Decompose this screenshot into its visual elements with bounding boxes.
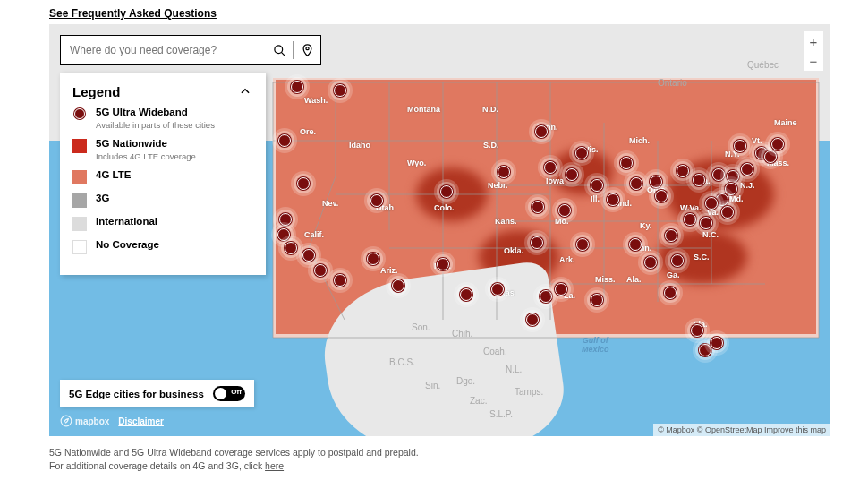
legend-swatch — [72, 193, 87, 208]
here-link[interactable]: here — [265, 460, 284, 471]
svg-point-3 — [61, 416, 72, 426]
chevron-up-icon[interactable] — [237, 83, 253, 99]
legend-swatch — [72, 170, 87, 184]
legend-item: International — [72, 216, 253, 231]
svg-point-0 — [274, 45, 282, 53]
legend-label: 5G Ultra WidebandAvailable in parts of t… — [96, 107, 215, 130]
legend-item: 5G Ultra WidebandAvailable in parts of t… — [72, 107, 253, 130]
legend-label: 5G NationwideIncludes 4G LTE coverage — [96, 138, 196, 161]
search-icon[interactable] — [266, 36, 293, 64]
legend-swatch — [72, 217, 87, 231]
zoom-in-button[interactable]: + — [804, 31, 823, 51]
locate-icon[interactable] — [294, 36, 320, 64]
footer-disclaimer: 5G Nationwide and 5G Ultra Wideband cove… — [49, 446, 419, 472]
legend-item: 4G LTE — [72, 169, 253, 184]
search-input[interactable] — [61, 36, 266, 64]
legend-swatch — [72, 139, 87, 153]
legend-item: 5G NationwideIncludes 4G LTE coverage — [72, 138, 253, 161]
faq-link[interactable]: See Frequently Asked Questions — [49, 7, 217, 20]
legend-panel: Legend 5G Ultra WidebandAvailable in par… — [60, 73, 266, 275]
legend-label: 3G — [96, 193, 109, 205]
svg-line-1 — [281, 52, 285, 56]
legend-swatch — [74, 108, 85, 119]
legend-title: Legend — [72, 84, 120, 99]
edge-cities-panel: 5G Edge cities for business Off — [60, 380, 254, 408]
coverage-map[interactable]: Wash.Ore.IdahoMontanaWyo.Nev.UtahColo.Ar… — [49, 24, 830, 436]
zoom-out-button[interactable]: − — [804, 51, 823, 71]
disclaimer-link[interactable]: Disclaimer — [118, 416, 164, 426]
legend-label: International — [96, 216, 157, 228]
legend-label: 4G LTE — [96, 169, 131, 182]
water-label: Gulf ofMexico — [582, 336, 609, 354]
zoom-controls: + − — [804, 31, 823, 71]
svg-point-2 — [305, 47, 308, 50]
edge-cities-toggle[interactable]: Off — [213, 386, 245, 401]
legend-swatch — [72, 240, 87, 254]
legend-item: 3G — [72, 193, 253, 208]
edge-cities-label: 5G Edge cities for business — [69, 389, 204, 399]
mapbox-row: mapbox Disclaimer — [60, 415, 164, 427]
search-box — [60, 35, 321, 65]
legend-item: No Coverage — [72, 239, 253, 254]
map-attribution[interactable]: © Mapbox © OpenStreetMap Improve this ma… — [653, 424, 830, 436]
legend-label: No Coverage — [96, 239, 159, 252]
mapbox-logo: mapbox — [60, 415, 109, 427]
